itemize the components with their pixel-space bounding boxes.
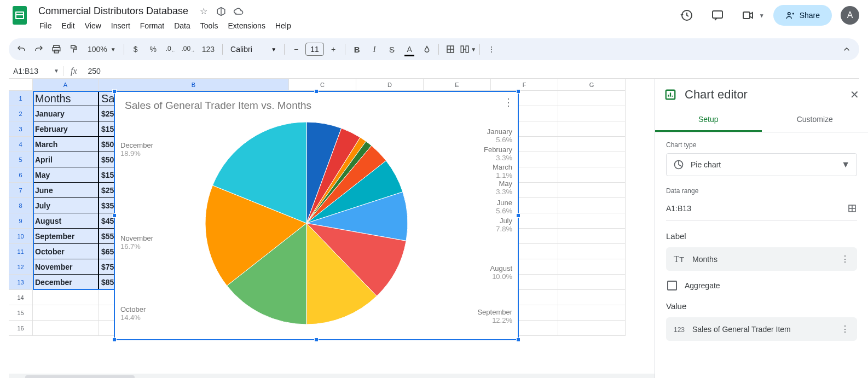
cell[interactable]	[558, 259, 626, 275]
cell[interactable]	[558, 229, 626, 244]
cell[interactable]: May	[33, 167, 99, 183]
row-header[interactable]: 9	[9, 213, 33, 229]
cell[interactable]: July	[33, 198, 99, 213]
cell[interactable]	[33, 321, 99, 336]
percent-button[interactable]: %	[145, 41, 161, 57]
meet-caret-icon[interactable]: ▼	[759, 13, 765, 19]
undo-button[interactable]	[13, 41, 30, 57]
zoom-select[interactable]: 100% ▼	[83, 41, 120, 57]
cloud-status-icon[interactable]	[233, 6, 244, 17]
menu-format[interactable]: Format	[136, 19, 169, 32]
col-header-g[interactable]: G	[558, 79, 626, 91]
font-select[interactable]: Calibri▼	[226, 45, 281, 54]
cell[interactable]: April	[33, 152, 99, 167]
col-header-c[interactable]: C	[289, 79, 356, 91]
cell[interactable]	[558, 305, 626, 321]
cell[interactable]: September	[33, 229, 99, 244]
menu-file[interactable]: File	[35, 19, 56, 32]
menu-data[interactable]: Data	[170, 19, 195, 32]
col-header-a[interactable]: A	[33, 79, 99, 91]
cell[interactable]	[558, 121, 626, 137]
row-header[interactable]: 13	[9, 275, 33, 290]
cell[interactable]	[33, 305, 99, 321]
cell[interactable]	[558, 152, 626, 167]
row-header[interactable]: 1	[9, 91, 33, 106]
meet-icon[interactable]	[737, 4, 759, 26]
document-title[interactable]: Commercial Distributors Database	[35, 4, 192, 18]
chart-menu-icon[interactable]: ⋮	[504, 96, 513, 108]
data-range-input[interactable]: A1:B13	[666, 204, 691, 213]
star-icon[interactable]: ☆	[198, 6, 209, 17]
chip-more-icon[interactable]: ⋮	[841, 254, 849, 264]
history-icon[interactable]	[676, 4, 698, 26]
menu-tools[interactable]: Tools	[196, 19, 223, 32]
strikethrough-button[interactable]: S	[384, 41, 400, 57]
cell[interactable]: December	[33, 275, 99, 290]
cell[interactable]	[558, 290, 626, 305]
select-range-icon[interactable]	[847, 203, 857, 213]
cell[interactable]	[558, 321, 626, 336]
cell[interactable]	[558, 106, 626, 121]
cell[interactable]: February	[33, 121, 99, 137]
row-header[interactable]: 7	[9, 183, 33, 198]
row-header[interactable]: 6	[9, 167, 33, 183]
number-format-button[interactable]: 123	[198, 41, 219, 57]
tab-customize[interactable]: Customize	[762, 108, 869, 132]
text-color-button[interactable]: A	[401, 41, 418, 57]
font-size-decrease[interactable]: −	[288, 41, 304, 57]
cell[interactable]	[558, 167, 626, 183]
font-size-input[interactable]: 11	[305, 43, 324, 56]
cell[interactable]	[558, 244, 626, 259]
menu-insert[interactable]: Insert	[107, 19, 135, 32]
cell[interactable]: January	[33, 106, 99, 121]
col-header-e[interactable]: E	[424, 79, 491, 91]
row-header[interactable]: 5	[9, 152, 33, 167]
cell[interactable]: August	[33, 213, 99, 229]
formula-input[interactable]: 250	[84, 67, 105, 75]
tab-setup[interactable]: Setup	[655, 108, 762, 132]
menu-extensions[interactable]: Extensions	[223, 19, 269, 32]
cell[interactable]: March	[33, 137, 99, 152]
cell[interactable]: June	[33, 183, 99, 198]
print-button[interactable]	[48, 41, 65, 57]
move-icon[interactable]	[216, 6, 227, 17]
label-chip[interactable]: Tᴛ Months ⋮	[666, 247, 857, 271]
cell[interactable]: November	[33, 259, 99, 275]
row-header[interactable]: 10	[9, 229, 33, 244]
aggregate-checkbox[interactable]	[667, 281, 677, 290]
row-header[interactable]: 8	[9, 198, 33, 213]
col-header-f[interactable]: F	[491, 79, 558, 91]
menu-edit[interactable]: Edit	[57, 19, 79, 32]
row-header[interactable]: 14	[9, 290, 33, 305]
account-avatar[interactable]: A	[841, 6, 859, 25]
font-size-increase[interactable]: +	[325, 41, 342, 57]
chip-more-icon[interactable]: ⋮	[841, 324, 849, 334]
cell[interactable]: October	[33, 244, 99, 259]
more-toolbar-button[interactable]: ⋮	[483, 41, 500, 57]
italic-button[interactable]: I	[366, 41, 383, 57]
aggregate-checkbox-row[interactable]: Aggregate	[666, 278, 857, 301]
select-all-corner[interactable]	[9, 79, 33, 91]
row-header[interactable]: 15	[9, 305, 33, 321]
row-header[interactable]: 4	[9, 137, 33, 152]
name-box[interactable]: A1:B13 ▼	[9, 67, 63, 75]
menu-help[interactable]: Help	[271, 19, 296, 32]
cell[interactable]: Months	[33, 91, 99, 106]
cell[interactable]	[558, 183, 626, 198]
currency-button[interactable]: $	[128, 41, 144, 57]
row-header[interactable]: 12	[9, 259, 33, 275]
comments-icon[interactable]	[707, 4, 728, 26]
cell[interactable]	[558, 91, 626, 106]
row-header[interactable]: 11	[9, 244, 33, 259]
close-icon[interactable]: ✕	[850, 88, 859, 101]
cell[interactable]	[558, 213, 626, 229]
col-header-b[interactable]: B	[99, 79, 289, 91]
horizontal-scrollbar[interactable]	[9, 374, 655, 378]
cell[interactable]	[558, 137, 626, 152]
row-header[interactable]: 2	[9, 106, 33, 121]
cell[interactable]	[558, 275, 626, 290]
bold-button[interactable]: B	[349, 41, 365, 57]
cell[interactable]	[558, 198, 626, 213]
sheets-logo[interactable]	[9, 4, 31, 26]
row-header[interactable]: 16	[9, 321, 33, 336]
